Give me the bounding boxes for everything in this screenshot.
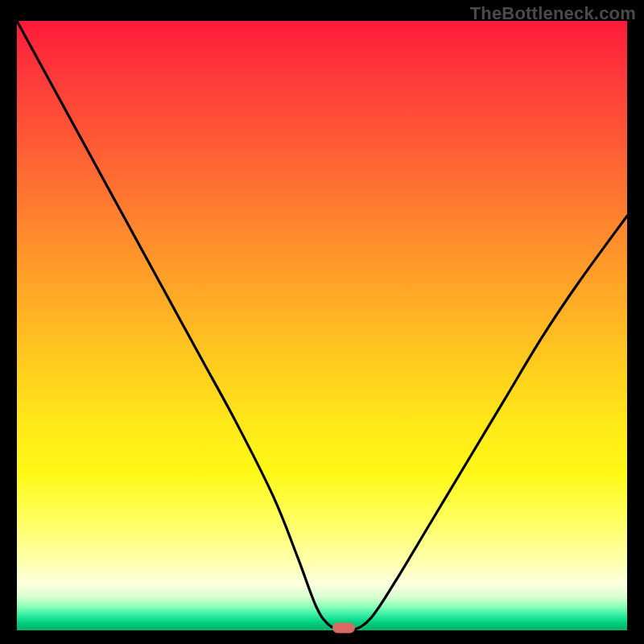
line-series: [17, 21, 627, 630]
plot-area: [17, 21, 627, 630]
chart-frame: TheBottleneck.com: [0, 0, 644, 644]
optimum-marker: [332, 623, 355, 634]
attribution-label: TheBottleneck.com: [470, 3, 636, 24]
bottleneck-curve-path: [17, 21, 627, 630]
